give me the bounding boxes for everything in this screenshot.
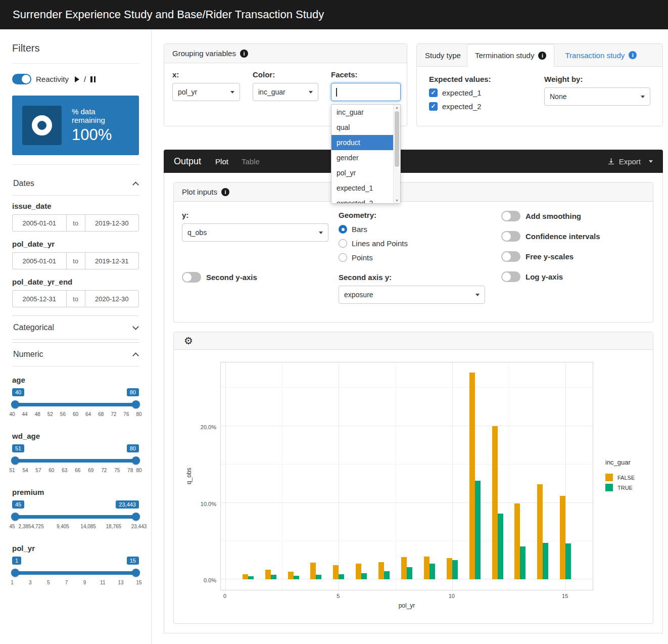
tab-transaction-study[interactable]: Transaction study [557, 44, 644, 66]
date-end-input[interactable] [85, 252, 139, 269]
radio-lines-and-points[interactable] [339, 239, 347, 248]
tab-termination-study[interactable]: Termination study [467, 44, 555, 67]
radio-row-points[interactable]: Points [339, 253, 501, 262]
radio-row-bars[interactable]: Bars [339, 225, 501, 234]
section-header-dates[interactable]: Dates [12, 172, 139, 196]
slider-handle-right[interactable] [132, 400, 140, 408]
date-start-input[interactable] [12, 214, 66, 232]
bar-true-x1 [248, 576, 254, 579]
slider-track[interactable] [12, 459, 139, 463]
slider-tick-label: 54 [22, 468, 28, 473]
second-y-axis-toggle[interactable] [182, 272, 201, 283]
reactivity-toggle[interactable] [12, 74, 31, 84]
weight-by-select[interactable]: None [544, 87, 650, 106]
bar-false-x2 [265, 570, 271, 580]
scroll-up-icon[interactable] [394, 106, 400, 109]
scroll-down-icon[interactable] [394, 199, 400, 202]
slider-handle-right[interactable] [132, 456, 140, 465]
date-end-input[interactable] [85, 214, 139, 232]
info-icon[interactable] [538, 52, 546, 60]
x-tick-label: 15 [562, 593, 568, 599]
toggle-free-y-scales[interactable] [501, 251, 520, 262]
slider-tick-label: 4,725 [31, 524, 44, 529]
export-button[interactable]: Export [607, 157, 653, 166]
info-icon[interactable] [221, 188, 229, 196]
slider-track[interactable] [12, 571, 139, 575]
toggle-add-smoothing[interactable] [501, 211, 520, 221]
facets-option-product[interactable]: product [331, 135, 393, 150]
toggle-row-free-y-scales: Free y-scales [501, 251, 645, 262]
checkbox-label: expected_1 [442, 88, 482, 97]
facets-option-gender[interactable]: gender [331, 150, 393, 165]
slider-handle-left[interactable] [11, 456, 19, 465]
bar-true-x10 [452, 560, 458, 579]
range-slider[interactable]: 51805154576063666972757880 [12, 444, 139, 475]
export-label: Export [619, 157, 641, 166]
play-icon[interactable] [75, 76, 79, 82]
color-select[interactable]: inc_guar [253, 83, 318, 101]
section-header-numeric[interactable]: Numeric [12, 342, 139, 366]
slider-track[interactable] [12, 403, 139, 406]
range-slider[interactable]: 40804044485256606468727680 [12, 388, 139, 419]
tab-transaction-study-label: Transaction study [565, 51, 625, 60]
checkbox-row-expected-2[interactable]: expected_2 [429, 102, 544, 111]
x-select[interactable]: pol_yr [172, 83, 240, 101]
checkbox-expected-1[interactable] [429, 88, 438, 97]
slider-handle-left[interactable] [11, 569, 19, 577]
tab-termination-study-label: Termination study [475, 51, 535, 60]
dropdown-scrollbar[interactable] [393, 105, 400, 203]
info-icon[interactable] [629, 51, 637, 59]
radio-points[interactable] [339, 253, 347, 262]
radio-bars[interactable] [339, 225, 347, 234]
slider-handle-right[interactable] [132, 569, 140, 577]
chevron-down-icon [132, 324, 139, 330]
y-select-value: q_obs [187, 228, 207, 237]
slider-track[interactable] [12, 515, 139, 519]
toggle-knob [183, 273, 192, 282]
settings-gear-icon[interactable] [184, 336, 193, 346]
toggle-confidence-intervals[interactable] [501, 231, 520, 242]
bar-true-x13 [520, 546, 526, 579]
y-select[interactable]: q_obs [182, 223, 328, 242]
date-start-input[interactable] [12, 252, 66, 269]
facets-option-inc-guar[interactable]: inc_guar [331, 105, 393, 120]
plot-output-panel: q_obs 0.0%10.0%20.0% 051015 pol_yr inc_g… [173, 332, 653, 624]
toggle-log-y-axis[interactable] [501, 271, 520, 282]
facets-option-pol-yr[interactable]: pol_yr [331, 165, 393, 180]
slider-tick-label: 1 [11, 580, 14, 585]
date-filter-pol-date-yr-end: pol_date_yr_endto [12, 278, 139, 307]
slider-fill [12, 403, 139, 406]
facets-option-expected-1[interactable]: expected_1 [331, 180, 393, 196]
gridline-h-minor [221, 387, 593, 388]
slider-tick-label: 80 [136, 411, 141, 417]
slider-handle-left[interactable] [11, 400, 19, 408]
toggle-row-confidence-intervals: Confidence intervals [501, 231, 645, 242]
plot-inputs-col2: Geometry: BarsLines and PointsPoints Sec… [339, 211, 501, 304]
checkbox-row-expected-1[interactable]: expected_1 [429, 88, 544, 97]
facets-input[interactable] [331, 83, 401, 101]
scrollbar-thumb[interactable] [395, 111, 399, 167]
tab-table[interactable]: Table [242, 157, 260, 166]
radio-label: Lines and Points [352, 239, 408, 248]
facets-option-expected-2[interactable]: expected_2 [331, 196, 393, 203]
radio-row-lines-and-points[interactable]: Lines and Points [339, 239, 501, 248]
second-axis-y-select[interactable]: exposure [339, 286, 485, 304]
info-icon[interactable] [240, 50, 248, 58]
reactivity-separator: / [84, 75, 86, 83]
slider-handle-right[interactable] [132, 513, 140, 521]
facets-option-qual[interactable]: qual [331, 120, 393, 135]
slider-handle-left[interactable] [11, 513, 19, 521]
plot-inputs-body: y: q_obs Second y-axis Geometry: BarsLin… [174, 202, 653, 322]
divider [12, 63, 139, 64]
legend-label: TRUE [617, 485, 633, 491]
section-header-categorical[interactable]: Categorical [12, 315, 139, 340]
range-slider[interactable]: 11513579111315 [12, 557, 139, 587]
pause-icon[interactable] [90, 76, 96, 82]
study-type-label: Study type [425, 51, 461, 60]
tab-plot[interactable]: Plot [215, 157, 228, 166]
filters-title: Filters [12, 42, 139, 54]
checkbox-expected-2[interactable] [429, 102, 438, 111]
date-start-input[interactable] [12, 290, 66, 307]
date-end-input[interactable] [85, 290, 139, 307]
range-slider[interactable]: 4523,443452,3854,7259,40514,08518,76523,… [12, 500, 139, 531]
